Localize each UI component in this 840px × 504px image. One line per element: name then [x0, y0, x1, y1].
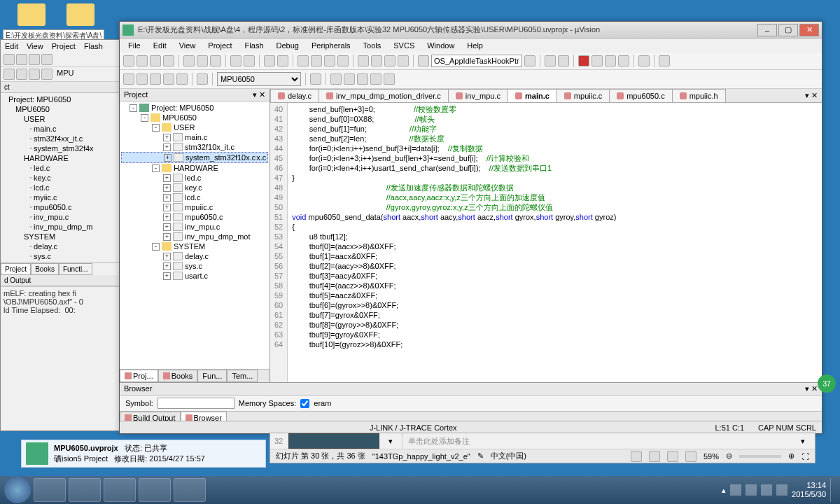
env-icon[interactable]	[384, 74, 395, 85]
close-button[interactable]: ✕	[799, 24, 819, 36]
expand-icon[interactable]: -	[152, 164, 160, 172]
batch-build-icon[interactable]	[163, 74, 174, 85]
stop-build-icon[interactable]	[176, 74, 188, 85]
task-explorer[interactable]	[34, 478, 66, 502]
expand-icon[interactable]: +	[163, 272, 171, 280]
record-icon[interactable]	[578, 55, 589, 66]
floating-badge[interactable]: 37	[818, 374, 836, 393]
expand-icon[interactable]: -	[152, 124, 160, 132]
bg-file[interactable]: main.c	[34, 125, 56, 133]
tab-books[interactable]: Books	[158, 370, 198, 382]
debug-icon[interactable]	[545, 55, 556, 66]
tab-main[interactable]: main.c	[507, 89, 557, 102]
symbol-input[interactable]	[158, 398, 234, 409]
toolbar-icon[interactable]	[16, 54, 27, 65]
file-node-selected[interactable]: system_stm32f10x.c	[186, 153, 255, 162]
bg-file[interactable]: stm32f4xx_it.c	[34, 134, 83, 143]
desktop-folder[interactable]	[63, 4, 98, 26]
tray-expand-icon[interactable]: ▴	[722, 486, 726, 495]
file-node[interactable]: inv_mpu.c	[185, 223, 220, 231]
expand-icon[interactable]: -	[152, 243, 160, 251]
expand-icon[interactable]: +	[163, 233, 171, 241]
code-content[interactable]: send_buf[len+3]=0; //校验数置零 send_buf[0]=0…	[288, 103, 822, 382]
file-node[interactable]: mpuiic.c	[185, 203, 213, 211]
group-user[interactable]: USER	[174, 123, 195, 132]
task-wps[interactable]	[174, 478, 206, 502]
tray-icon[interactable]	[746, 484, 757, 496]
tab-templates[interactable]: Tem...	[227, 370, 258, 382]
file-node[interactable]: lcd.c	[185, 193, 201, 202]
search-input[interactable]	[431, 55, 522, 67]
memspace-checkbox[interactable]	[300, 399, 309, 408]
search-go-icon[interactable]	[524, 55, 536, 66]
expand-icon[interactable]: +	[163, 223, 171, 231]
bookmark-clear-icon[interactable]	[337, 55, 349, 66]
bg-file[interactable]: led.c	[34, 164, 50, 172]
books-icon[interactable]	[370, 74, 382, 85]
group-system[interactable]: SYSTEM	[174, 242, 205, 251]
titlebar[interactable]: E:\开发板光盘资料\战舰\A盘\4，程序源码\2，标准例程-库函数版本\实验3…	[120, 22, 822, 38]
slide-scroll[interactable]: ▾	[385, 437, 396, 446]
menu-project[interactable]: Project	[202, 40, 237, 51]
expand-icon[interactable]: +	[163, 144, 171, 151]
copy-icon[interactable]	[197, 55, 208, 66]
bg-group[interactable]: USER	[24, 115, 46, 123]
window-layout-icon[interactable]	[638, 55, 650, 66]
build-icon[interactable]	[136, 74, 148, 85]
comment-icon[interactable]	[384, 55, 396, 66]
view-reading-icon[interactable]	[667, 451, 678, 462]
indent-icon[interactable]	[358, 55, 369, 66]
zoom-slider[interactable]	[739, 455, 781, 458]
open-file-icon[interactable]	[136, 55, 148, 66]
tab-inv-mpu[interactable]: inv_mpu.c	[448, 89, 508, 102]
bg-menu-item[interactable]: Project	[52, 42, 76, 50]
bg-menu-item[interactable]: Flash	[84, 42, 103, 50]
menu-file[interactable]: File	[122, 40, 146, 51]
view-slideshow-icon[interactable]	[685, 451, 696, 462]
menu-flash[interactable]: Flash	[239, 40, 270, 51]
expand-icon[interactable]: -	[130, 104, 137, 112]
bg-file[interactable]: delay.c	[34, 242, 57, 251]
zoom-out-icon[interactable]: ⊖	[726, 451, 732, 461]
file-node[interactable]: led.c	[185, 174, 201, 182]
language[interactable]: 中文(中国)	[491, 451, 526, 461]
tab-mpu6050[interactable]: mpu6050.c	[609, 89, 672, 102]
tab-inv-mpu-dmp[interactable]: inv_mpu_dmp_motion_driver.c	[318, 89, 449, 102]
paste-icon[interactable]	[210, 55, 221, 66]
expand-icon[interactable]: +	[163, 214, 171, 221]
clock[interactable]: 13:14 2015/5/30	[792, 481, 826, 499]
rebuild-icon[interactable]	[150, 74, 161, 85]
stop-record-icon[interactable]	[592, 55, 603, 66]
tray-volume-icon[interactable]	[776, 484, 788, 496]
file-node[interactable]: delay.c	[185, 252, 209, 260]
file-node[interactable]: sys.c	[185, 262, 202, 270]
menu-peripherals[interactable]: Peripherals	[306, 40, 356, 51]
bg-file[interactable]: key.c	[34, 174, 51, 182]
desktop-folder[interactable]	[14, 4, 49, 26]
configure-icon[interactable]	[659, 55, 670, 66]
uncomment-icon[interactable]	[398, 55, 409, 66]
menu-tools[interactable]: Tools	[358, 40, 387, 51]
file-node[interactable]: stm32f10x_it.c	[185, 143, 234, 151]
tab-menu-icon[interactable]: ▾	[805, 91, 809, 99]
notes-scroll[interactable]: ▾	[801, 437, 811, 446]
toolbar-icon[interactable]	[4, 69, 15, 80]
bg-file[interactable]: mpu6050.c	[34, 203, 71, 211]
expand-icon[interactable]: +	[163, 194, 171, 202]
save-icon[interactable]	[150, 55, 161, 66]
expand-icon[interactable]: +	[163, 174, 171, 182]
panel-close-icon[interactable]: ▾ ✕	[805, 384, 818, 393]
menu-view[interactable]: View	[174, 40, 202, 51]
tab-functions[interactable]: Fun...	[197, 370, 227, 382]
project-tree[interactable]: -Project: MPU6050 -MPU6050 -USER +main.c…	[120, 102, 270, 369]
toolbar-icon[interactable]	[41, 54, 52, 65]
maximize-button[interactable]: ▢	[778, 24, 798, 36]
tray-network-icon[interactable]	[761, 484, 772, 496]
bg-file[interactable]: lcd.c	[34, 183, 50, 192]
bg-file[interactable]: inv_mpu.c	[34, 213, 69, 221]
undo-icon[interactable]	[230, 55, 241, 66]
bg-file[interactable]: sys.c	[34, 252, 51, 260]
expand-icon[interactable]: +	[163, 262, 171, 270]
tab-delay[interactable]: delay.c	[270, 89, 319, 102]
bookmark-next-icon[interactable]	[324, 55, 335, 66]
